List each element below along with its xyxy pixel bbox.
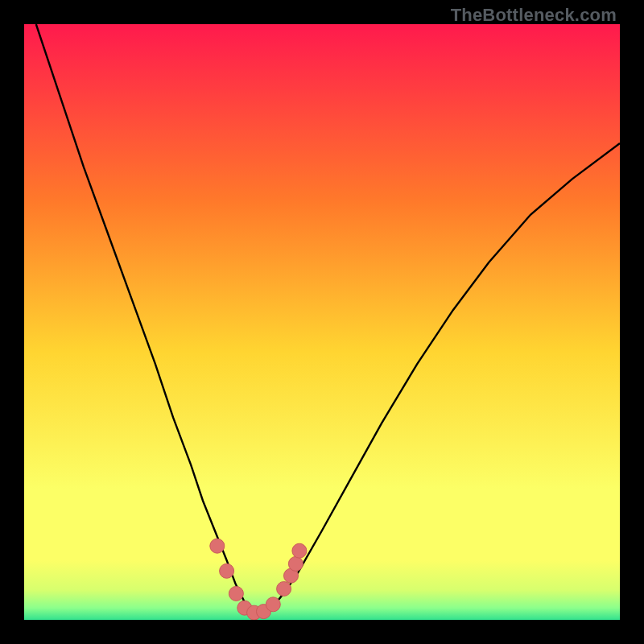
watermark-text: TheBottleneck.com [451,5,617,26]
curve-marker [292,543,307,558]
plot-area [24,24,620,620]
chart-frame: TheBottleneck.com [0,0,644,644]
curve-marker [288,556,303,571]
curve-marker [266,597,280,612]
curve-marker [210,539,225,553]
bottleneck-curve [36,24,620,614]
curve-marker [220,564,234,578]
curve-markers [210,539,307,620]
curve-marker [277,582,291,597]
curve-marker [229,586,243,601]
curve-layer [24,24,620,620]
